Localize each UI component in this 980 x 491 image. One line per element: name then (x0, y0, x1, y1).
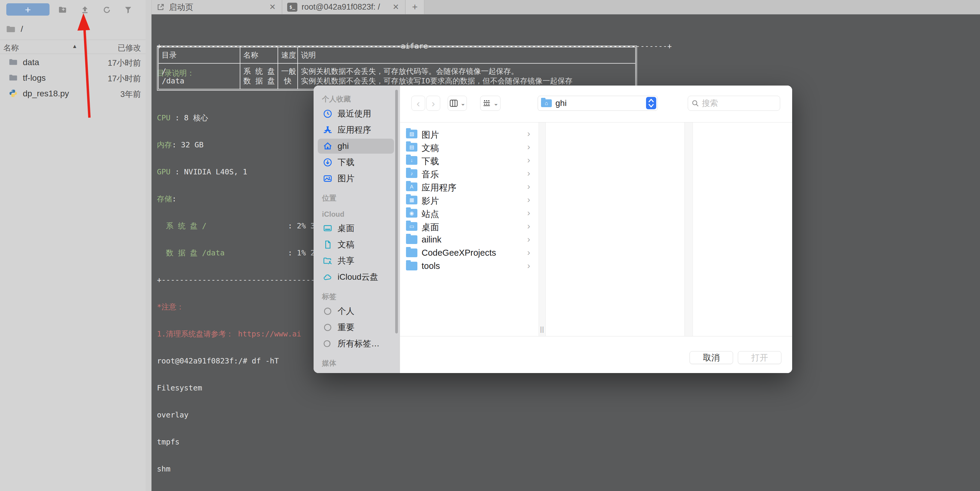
file-row[interactable]: ◉站点› (400, 206, 539, 220)
back-button[interactable]: ‹ (411, 96, 425, 111)
download-icon (323, 157, 333, 167)
sidebar-item-documents[interactable]: 文稿 (318, 237, 394, 252)
sidebar-item-tag-important[interactable]: 重要 (318, 320, 394, 335)
app-root: + / 名称 ▲ 已修改 (0, 0, 980, 491)
sidebar-item-label: iCloud云盘 (337, 271, 378, 283)
chevron-right-icon: › (431, 97, 435, 109)
file-list-header: 名称 ▲ 已修改 (0, 40, 146, 54)
file-row[interactable]: ▨图片› (400, 127, 539, 140)
table-row[interactable]: data 17小时前 (0, 54, 146, 70)
sidebar-item-label: 共享 (337, 255, 354, 266)
search-input[interactable] (688, 96, 780, 111)
photos-folder-icon: ▨ (406, 130, 417, 139)
sidebar-item-pictures[interactable]: 图片 (318, 171, 394, 186)
column-view-button[interactable]: ⌄ (448, 96, 467, 111)
sidebar-item-home[interactable]: ghi (318, 139, 394, 154)
sidebar-section-tags: 标签 (322, 292, 400, 301)
refresh-icon[interactable] (102, 5, 111, 14)
sidebar-item-label: 下载 (337, 157, 354, 168)
sidebar-item-recents[interactable]: 最近使用 (318, 106, 394, 121)
sidebar-section-icloud: iCloud (322, 210, 400, 218)
tab-bar: 启动页 ✕ $_ root@042a91f0823f: / ✕ + (151, 0, 980, 14)
file-row[interactable]: A应用程序› (400, 180, 539, 193)
chevron-right-icon: › (527, 181, 530, 191)
column-resize-handle[interactable]: || (540, 325, 544, 333)
sidebar-item-all-tags[interactable]: 所有标签… (318, 336, 394, 351)
open-button[interactable]: 打开 (738, 351, 781, 364)
upload-icon[interactable] (80, 5, 89, 14)
location-dropdown[interactable]: ⌂ ghi (538, 96, 658, 111)
file-row[interactable]: ailink› (400, 233, 539, 246)
folder-icon (9, 73, 18, 82)
browser-column-3[interactable] (693, 123, 792, 336)
document-icon (323, 239, 333, 250)
column-modified[interactable]: 已修改 (118, 43, 141, 53)
file-row[interactable]: ▭桌面› (400, 220, 539, 233)
folder-icon (406, 249, 417, 257)
file-modified: 17小时前 (108, 73, 141, 84)
sort-asc-icon[interactable]: ▲ (72, 43, 77, 49)
desktop-icon (323, 223, 333, 233)
sidebar-item-shared[interactable]: 共享 (318, 253, 394, 268)
folder-icon (406, 262, 417, 270)
home-icon (323, 141, 333, 151)
file-row[interactable]: ▤文稿› (400, 140, 539, 154)
forward-button[interactable]: › (426, 96, 440, 111)
panel-divider[interactable] (146, 0, 151, 491)
browser-column-2[interactable] (546, 123, 684, 336)
file-row[interactable]: ♪音乐› (400, 167, 539, 180)
search-field (688, 96, 780, 111)
add-button[interactable]: + (6, 3, 49, 16)
close-icon[interactable]: ✕ (393, 2, 399, 12)
file-row[interactable]: ▦影片› (400, 193, 539, 206)
file-row[interactable]: CodeGeeXProjects› (400, 246, 539, 259)
file-row[interactable]: tools› (400, 259, 539, 273)
sidebar-item-label: 重要 (337, 322, 354, 333)
sidebar-item-label: 个人 (337, 306, 354, 317)
tab-terminal[interactable]: $_ root@042a91f0823f: / ✕ (282, 0, 406, 14)
all-tags-icon (323, 338, 333, 349)
new-folder-icon[interactable] (58, 5, 67, 14)
column-name[interactable]: 名称 (3, 43, 19, 53)
home-folder-icon: ⌂ (541, 99, 552, 107)
sidebar-item-label: 桌面 (337, 223, 354, 234)
sidebar-item-desktop[interactable]: 桌面 (318, 221, 394, 236)
column-divider[interactable] (88, 40, 88, 54)
filter-icon[interactable] (124, 5, 133, 14)
chevron-right-icon: › (527, 168, 530, 178)
sidebar-item-downloads[interactable]: 下载 (318, 155, 394, 170)
new-tab-button[interactable]: + (406, 0, 424, 14)
sidebar-item-label: 图片 (337, 173, 354, 184)
file-modified: 17小时前 (108, 57, 141, 69)
terminal-icon: $_ (287, 3, 298, 12)
column-resize-divider[interactable]: || (539, 123, 546, 336)
dropdown-stepper-icon (646, 97, 656, 109)
table-row[interactable]: dp_res18.py 3年前 (0, 86, 146, 101)
chevron-right-icon: › (527, 221, 530, 231)
column-browser: ▨图片› ▤文稿› ↓下载› ♪音乐› A应用程序› ▦影片› ◉站点› ▭桌面… (400, 123, 792, 336)
tab-launch-page[interactable]: 启动页 ✕ (151, 0, 282, 14)
current-path: / (21, 24, 23, 34)
sidebar-scrollbar[interactable] (395, 90, 398, 333)
clock-icon (323, 108, 333, 119)
file-name: data (23, 57, 39, 67)
sidebar-item-tag-personal[interactable]: 个人 (318, 304, 394, 319)
close-icon[interactable]: ✕ (269, 2, 276, 12)
chevron-right-icon: › (527, 247, 530, 258)
chevron-right-icon: › (527, 260, 530, 271)
file-panel: + / 名称 ▲ 已修改 (0, 0, 146, 491)
file-open-dialog: 个人收藏 最近使用 应用程序 ghi 下载 图片 位置 iCl (313, 86, 792, 373)
file-row[interactable]: ↓下载› (400, 154, 539, 167)
sidebar-item-icloud-drive[interactable]: iCloud云盘 (318, 269, 394, 285)
group-view-button[interactable]: ⌄ (480, 96, 501, 111)
terminal-table-header-row: 目录 名称 速度 说明 (158, 47, 636, 63)
sidebar-item-label: 应用程序 (337, 124, 371, 136)
current-path-row[interactable]: / (6, 24, 138, 34)
column-view-icon (449, 99, 458, 107)
sidebar-item-applications[interactable]: 应用程序 (318, 123, 394, 137)
appstore-icon (323, 125, 333, 135)
file-list: data 17小时前 tf-logs 17小时前 dp_res18.py 3年前 (0, 54, 146, 101)
cancel-button[interactable]: 取消 (690, 351, 733, 364)
table-row[interactable]: tf-logs 17小时前 (0, 70, 146, 86)
column-resize-divider[interactable] (684, 123, 693, 336)
